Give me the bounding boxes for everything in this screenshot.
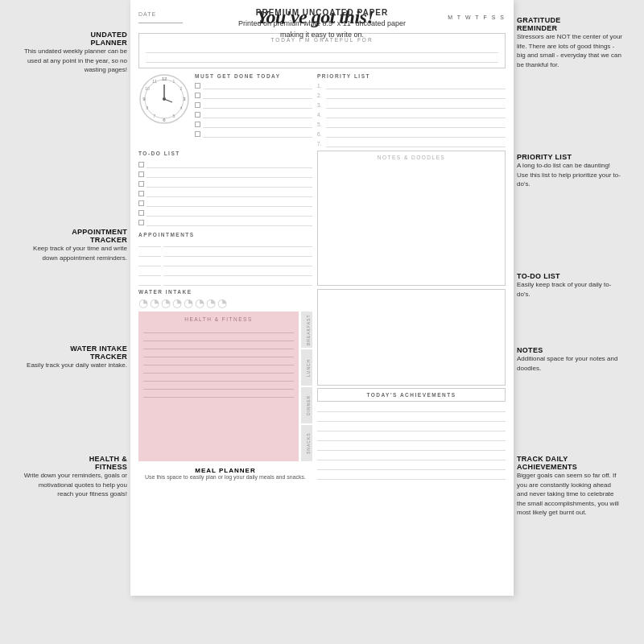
drop-5[interactable]: ◔ [184,296,193,309]
todo-list-right-text: Easily keep track of your daily to-do's. [517,280,623,299]
priority-list-annotation: PRIORITY LIST A long to-do list can be d… [517,153,623,189]
apt-3[interactable] [138,258,312,266]
mgd-line-5[interactable] [195,120,312,128]
priority-list-right-text: A long to-do list can be daunting! Use t… [517,161,623,189]
priority-lines: 1. 2. 3. 4. 5. 6. 7. [317,81,506,147]
drop-2[interactable]: ◔ [150,296,159,309]
water-intake-tracker-title: WATER INTAKE TRACKER [23,345,127,361]
ach-5[interactable] [317,443,506,451]
achievements-header-box: TODAY'S ACHIEVEMENTS [317,388,506,402]
notes-doodles-label: NOTES & DOODLES [321,155,502,160]
drop-4[interactable]: ◔ [172,296,182,309]
svg-line-16 [164,99,172,102]
td-3[interactable] [138,180,312,188]
svg-text:5: 5 [173,114,175,118]
planner-page: DATE You've got this! M T W T F S S TODA… [130,0,514,596]
drop-7[interactable]: ◔ [206,296,216,309]
drop-8[interactable]: ◔ [217,296,227,309]
drop-1[interactable]: ◔ [138,296,148,309]
td-1[interactable] [138,160,312,168]
water-intake-tracker-text: Easily track your daily water intake. [23,361,127,370]
mgd-line-4[interactable] [195,110,312,118]
clock-section: 12 3 6 9 1 2 4 5 7 8 10 11 [138,73,190,147]
apt-1[interactable] [138,239,312,247]
header-title: PREMIUM UNCOATED PAPER [0,6,644,19]
apt-2[interactable] [138,249,312,257]
clock-svg: 12 3 6 9 1 2 4 5 7 8 10 11 [138,73,190,125]
ach-1[interactable] [317,404,506,412]
appointment-tracker-text: Keep track of your time and write down a… [23,244,127,262]
svg-text:2: 2 [180,86,183,91]
page-top-header: PREMIUM UNCOATED PAPER Printed on premiu… [0,6,644,40]
notes-extra-box[interactable] [317,289,506,386]
pl-6[interactable]: 6. [317,130,506,138]
hf-3[interactable] [143,341,294,349]
priority-list-label: PRIORITY LIST [317,73,506,79]
pl-3[interactable]: 3. [317,101,506,109]
notes-right-title: NOTES [517,346,623,354]
ach-8[interactable] [317,472,506,480]
grateful-line-2[interactable] [146,55,498,63]
ach-2[interactable] [317,414,506,422]
drop-6[interactable]: ◔ [195,296,204,309]
drop-3[interactable]: ◔ [161,296,171,309]
ach-7[interactable] [317,462,506,470]
health-fitness-row: HEALTH & FITNESS [138,312,312,461]
hf-9[interactable] [143,390,294,398]
health-fitness-annotation: HEALTH & FITNESS Write down your reminde… [23,455,127,499]
achievements-label: TODAY'S ACHIEVEMENTS [321,392,502,398]
meal-label-dinner: DINNER [301,387,312,423]
ach-4[interactable] [317,433,506,441]
td-6[interactable] [138,208,312,217]
pl-2[interactable]: 2. [317,91,506,99]
pl-7[interactable]: 7. [317,139,506,147]
health-fitness-text: Write down your reminders, goals or moti… [23,471,127,499]
td-5[interactable] [138,199,312,207]
pl-5[interactable]: 5. [317,120,506,128]
achieve-lines [317,404,506,480]
svg-text:12: 12 [162,76,167,81]
grateful-line-1[interactable] [146,45,498,53]
svg-text:11: 11 [152,79,157,84]
mgd-line-3[interactable] [195,101,312,109]
health-fitness-label: HEALTH & FITNESS [143,316,294,322]
hf-8[interactable] [143,382,294,390]
hf-2[interactable] [143,333,294,341]
mgd-line-2[interactable] [195,91,312,99]
hf-7[interactable] [143,374,294,382]
notes-right-text: Additional space for your notes and dood… [517,354,623,373]
todo-list-right-title: TO-DO LIST [517,272,623,280]
pl-4[interactable]: 4. [317,110,506,118]
appointment-tracker-title: APPOINTMENT TRACKER [23,228,127,244]
svg-text:4: 4 [180,105,183,110]
meal-labels: BREAKFAST LUNCH DINNER SNACKS [301,312,312,461]
ach-6[interactable] [317,452,506,460]
hf-5[interactable] [143,357,294,365]
pl-1[interactable]: 1. [317,81,506,89]
achievements-section: TODAY'S ACHIEVEMENTS [317,388,506,480]
mgd-line-1[interactable] [195,81,312,89]
meal-planner-title: MEAL PLANNER [138,467,312,474]
hf-6[interactable] [143,365,294,374]
notes-doodles-box[interactable]: NOTES & DOODLES [317,151,506,286]
meal-label-breakfast: BREAKFAST [301,312,312,348]
track-achievements-annotation: TRACK DAILY ACHIEVEMENTS Bigger goals ca… [517,455,623,518]
must-get-done-section: MUST GET DONE TODAY [195,73,312,147]
hf-1[interactable] [143,325,294,333]
health-fitness-box[interactable]: HEALTH & FITNESS [138,312,299,461]
todo-list-left-label: TO-DO LIST [138,151,312,156]
td-7[interactable] [138,218,312,226]
apt-5[interactable] [138,278,312,286]
appointments-section: APPOINTMENTS [138,232,312,286]
ach-3[interactable] [317,423,506,431]
apt-4[interactable] [138,268,312,276]
undated-planner-text: This undated weekly planner can be used … [23,47,127,75]
health-fitness-title: HEALTH & FITNESS [23,455,127,471]
appointments-lines [138,239,312,286]
td-2[interactable] [138,170,312,178]
hf-4[interactable] [143,349,294,357]
todo-lines-left [138,160,312,226]
notes-annotation: NOTES Additional space for your notes an… [517,346,623,373]
mgd-line-6[interactable] [195,130,312,138]
td-4[interactable] [138,189,312,197]
